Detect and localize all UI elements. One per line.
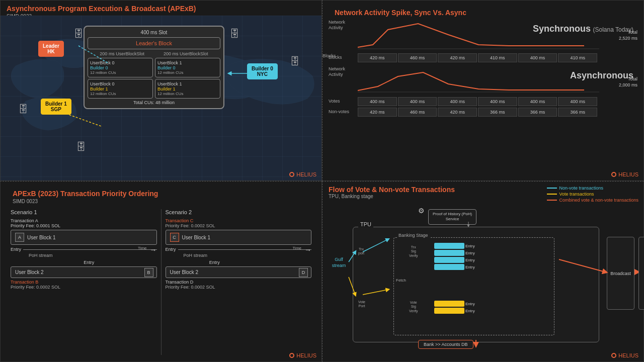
flow-vote-content: Flow of Vote & Non-vote Transactions TPU… xyxy=(323,182,643,361)
tx-b-fee: Priority Fee: 0.0002 SOL xyxy=(11,285,157,290)
legend-vote: Vote transactions xyxy=(547,192,638,197)
userblock-row-bottom: UserBlock 0 Builder 1 12 million CUs Use… xyxy=(88,79,220,99)
poh-line-2: Time → xyxy=(178,249,311,250)
tpu-label: TPU xyxy=(358,221,373,227)
sync-block-cell: 420 ms xyxy=(358,53,397,62)
non-vote-block-cell: 460 ms xyxy=(398,108,437,117)
sync-total: Total2,520 ms xyxy=(619,30,637,41)
helius-icon-tr xyxy=(611,172,616,177)
flow-legend: Non-vote transactions Vote transactions … xyxy=(547,186,638,204)
async-total: Total2,000 ms xyxy=(619,76,637,88)
non-votes-row: Non-votes 420 ms460 ms420 ms366 ms366 ms… xyxy=(329,108,637,117)
entry-label-2: Entry xyxy=(84,260,156,265)
helius-logo-tr: HELIUS xyxy=(611,171,638,177)
userblock-1: UserBlock 1 Builder 0 12 million CUs xyxy=(155,58,220,77)
vote-port-label: VotePort xyxy=(358,300,365,309)
userblock-2: UserBlock 0 Builder 1 12 million CUs xyxy=(88,79,153,99)
banking-stage-label: Banking Stage xyxy=(397,233,430,238)
tx-a-name: Transaction A xyxy=(11,218,157,223)
poh-arrow-1: → xyxy=(150,246,157,254)
sync-block-values: 420 ms460 ms420 ms410 ms400 ms410 ms xyxy=(358,53,597,62)
tx-c-name: Transaction C xyxy=(166,218,312,223)
sync-block-cell: 410 ms xyxy=(478,53,517,62)
db-icon-4: 🗄 xyxy=(18,104,28,115)
tx-marker-b: B xyxy=(144,268,153,277)
userblock-sublabel: 200 ms UserBlockSlot200 ms UserBlockSlot xyxy=(88,51,220,56)
broadcast-box: Broadcast xyxy=(607,237,634,310)
non-vote-block-cell: 366 ms xyxy=(478,108,517,117)
tx-priority-content: APExB (2023) Transaction Priority Orderi… xyxy=(1,182,321,361)
world-map: 400 ms Slot Leader's Block 200 ms UserBl… xyxy=(1,16,321,180)
entry-label-4: Entry xyxy=(209,260,311,265)
bottom-right-panel: Flow of Vote & Non-vote Transactions TPU… xyxy=(322,181,644,362)
legend-non-vote: Non-vote transactions xyxy=(547,186,638,191)
vote-block-cell: 400 ms xyxy=(398,97,437,106)
legend-line-blue xyxy=(547,188,557,189)
slot-label: 400 ms Slot xyxy=(88,30,220,35)
poh-service-box: Proof of History (PoH)Service xyxy=(428,209,476,225)
legend-line-yellow xyxy=(547,194,557,195)
poh-arrow-2: → xyxy=(304,246,311,254)
tx-a-fee: Priority Fee: 0.0001 SOL xyxy=(11,223,157,228)
sync-block-cell: 460 ms xyxy=(398,53,437,62)
network-title: Network Activity Spike, Sync Vs. Async xyxy=(329,5,637,18)
top-right-panel: Network Activity Spike, Sync Vs. Async N… xyxy=(322,0,644,181)
sync-section: NetworkActivity Synchronous (Solana Toda… xyxy=(329,20,637,54)
non-vote-block-values: 420 ms460 ms420 ms366 ms366 ms366 ms xyxy=(358,108,597,117)
tx-priority-title: APExB (2023) Transaction Priority Orderi… xyxy=(7,186,315,199)
vote-block-values: 400 ms400 ms400 ms400 ms400 ms400 ms xyxy=(358,97,597,106)
db-icon-1: 🗄 xyxy=(73,28,84,40)
tx-b-name: Transaction B xyxy=(11,280,157,285)
vote-sig-verify-label: VoteSigVerify xyxy=(409,301,418,313)
scenario-1-label: Scenario 1 xyxy=(11,209,157,215)
leader-node: Leader HK xyxy=(38,41,64,57)
ub2-s1: User Block 2 B xyxy=(11,266,157,278)
sync-block-cell: 420 ms xyxy=(438,53,477,62)
entry-label-1: Entry xyxy=(11,247,21,252)
non-vote-block-cell: 366 ms xyxy=(518,108,557,117)
sync-block-cell: 410 ms xyxy=(558,53,597,62)
helius-logo-bl: HELIUS xyxy=(289,352,316,358)
db-icon-3: 🗄 xyxy=(290,56,300,67)
scenario-2-label: Scenario 2 xyxy=(166,209,312,215)
tx-marker-a: A xyxy=(15,233,24,242)
poh-stream-2: PoH stream xyxy=(184,253,312,258)
userblock-row-top: UserBlock 0 Builder 0 12 million CUs Use… xyxy=(88,58,220,77)
bank-db-box: Bank >> Accounts DB xyxy=(418,340,473,349)
scenarios-container: Scenario 1 Transaction A Priority Fee: 0… xyxy=(7,209,315,355)
helius-icon-br xyxy=(611,353,616,358)
tx-priority-subtitle: SIMD 0023 xyxy=(7,199,315,206)
apexb-title: Asynchronous Program Execution & Broadca… xyxy=(1,1,321,14)
vote-block-cell: 400 ms xyxy=(478,97,517,106)
non-vote-block-cell: 420 ms xyxy=(438,108,477,117)
helius-logo-tl: HELIUS xyxy=(289,171,316,177)
bottom-left-panel: APExB (2023) Transaction Priority Orderi… xyxy=(0,181,322,362)
legend-combined: Combined vote & non-vote transactions xyxy=(547,198,638,203)
vote-block-cell: 400 ms xyxy=(558,97,597,106)
non-vote-block-cell: 366 ms xyxy=(558,108,597,117)
tx-d-name: Transaction D xyxy=(166,280,312,285)
helius-logo-br: HELIUS xyxy=(611,352,638,358)
trx-sig-verify-label: TrxSigVerify xyxy=(409,245,418,258)
userblock-0: UserBlock 0 Builder 0 12 million CUs xyxy=(88,58,153,77)
blocks-row: Blocks 420 ms460 ms420 ms410 ms400 ms410… xyxy=(329,53,637,62)
ub2-s2: User Block 2 D xyxy=(166,266,312,278)
flow-diagram: TPU Banking Stage TrxSigVerify VoteSigVe… xyxy=(328,212,638,351)
network-activity-label-async: NetworkActivity xyxy=(329,66,356,77)
fetch-label: Fetch xyxy=(396,278,406,283)
network-activity-label-sync: NetworkActivity xyxy=(329,20,356,31)
apexb-content: Asynchronous Program Execution & Broadca… xyxy=(1,1,321,180)
scenario-2: Scenario 2 Transaction C Priority Fee: 0… xyxy=(162,209,316,355)
builder0-node: Builder 0 NYC xyxy=(247,63,278,79)
banking-stage-box: Banking Stage TrxSigVerify VoteSigVerify… xyxy=(393,237,554,335)
entry-label-3: Entry xyxy=(166,247,176,252)
top-left-panel: Asynchronous Program Execution & Broadca… xyxy=(0,0,322,181)
vote-block-cell: 400 ms xyxy=(358,97,397,106)
poh-line-1: Time → xyxy=(23,249,156,250)
votes-row: Votes 400 ms400 ms400 ms400 ms400 ms400 … xyxy=(329,97,637,106)
poh-row-1: Entry Time → xyxy=(11,247,157,252)
total-cu: Total CUs: 48 million xyxy=(88,100,220,105)
userblock-3: UserBlock 1 Builder 1 12 million CUs xyxy=(155,79,220,99)
vote-block-cell: 400 ms xyxy=(438,97,477,106)
trx-port-label: Trxport xyxy=(358,247,364,256)
